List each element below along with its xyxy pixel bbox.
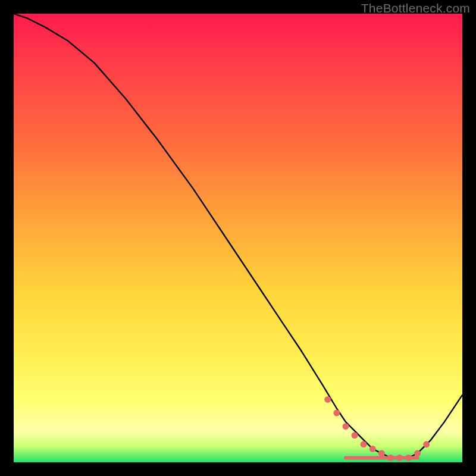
- highlight-dot: [423, 441, 430, 447]
- highlight-dot: [333, 410, 340, 416]
- highlight-dot: [405, 455, 412, 461]
- highlight-dot: [352, 432, 358, 439]
- bottleneck-curve: [14, 14, 462, 458]
- plot-area: [14, 14, 462, 462]
- chart-svg: [14, 14, 462, 462]
- highlight-dot: [396, 455, 403, 461]
- highlight-dot: [378, 450, 385, 456]
- highlight-dot: [342, 423, 349, 430]
- chart-frame: TheBottleneck.com: [0, 0, 476, 476]
- highlight-dot: [324, 396, 331, 403]
- curve-layer: [14, 14, 462, 458]
- highlight-dot: [414, 450, 421, 456]
- watermark-label: TheBottleneck.com: [361, 1, 470, 15]
- highlight-dot: [387, 455, 394, 461]
- highlight-dot: [361, 441, 367, 447]
- highlight-dot: [369, 446, 376, 452]
